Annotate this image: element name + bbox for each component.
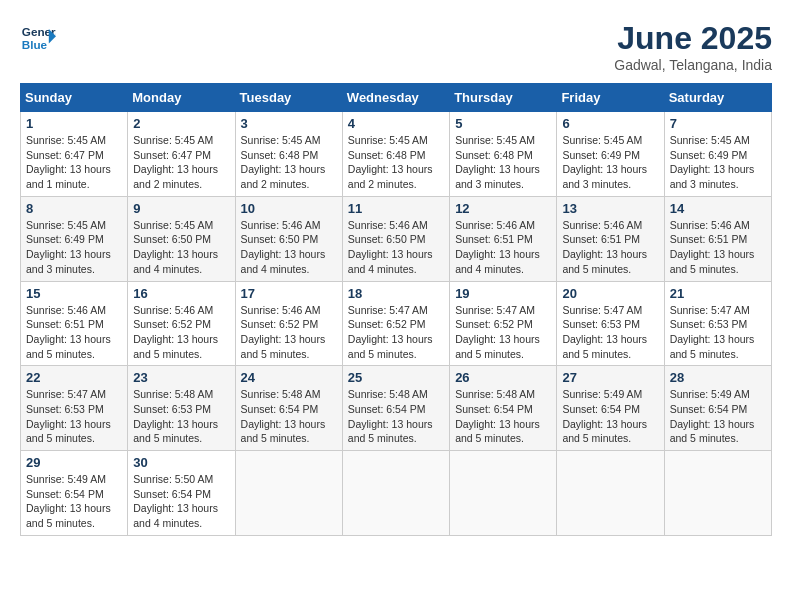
- table-cell: 22 Sunrise: 5:47 AM Sunset: 6:53 PM Dayl…: [21, 366, 128, 451]
- table-cell: 12 Sunrise: 5:46 AM Sunset: 6:51 PM Dayl…: [450, 196, 557, 281]
- day-info: Sunrise: 5:45 AM Sunset: 6:48 PM Dayligh…: [455, 134, 540, 190]
- day-number: 10: [241, 201, 337, 216]
- table-cell: 14 Sunrise: 5:46 AM Sunset: 6:51 PM Dayl…: [664, 196, 771, 281]
- month-title: June 2025: [614, 20, 772, 57]
- day-number: 7: [670, 116, 766, 131]
- table-cell: 8 Sunrise: 5:45 AM Sunset: 6:49 PM Dayli…: [21, 196, 128, 281]
- table-cell: 6 Sunrise: 5:45 AM Sunset: 6:49 PM Dayli…: [557, 112, 664, 197]
- day-info: Sunrise: 5:46 AM Sunset: 6:50 PM Dayligh…: [241, 219, 326, 275]
- table-cell: [342, 451, 449, 536]
- day-number: 15: [26, 286, 122, 301]
- header-tuesday: Tuesday: [235, 84, 342, 112]
- table-cell: 20 Sunrise: 5:47 AM Sunset: 6:53 PM Dayl…: [557, 281, 664, 366]
- table-cell: 9 Sunrise: 5:45 AM Sunset: 6:50 PM Dayli…: [128, 196, 235, 281]
- day-info: Sunrise: 5:47 AM Sunset: 6:53 PM Dayligh…: [26, 388, 111, 444]
- table-cell: 28 Sunrise: 5:49 AM Sunset: 6:54 PM Dayl…: [664, 366, 771, 451]
- logo-icon: General Blue: [20, 20, 56, 56]
- day-number: 16: [133, 286, 229, 301]
- day-number: 29: [26, 455, 122, 470]
- table-cell: [450, 451, 557, 536]
- header-thursday: Thursday: [450, 84, 557, 112]
- day-number: 28: [670, 370, 766, 385]
- day-info: Sunrise: 5:45 AM Sunset: 6:50 PM Dayligh…: [133, 219, 218, 275]
- table-cell: [664, 451, 771, 536]
- calendar-row: 15 Sunrise: 5:46 AM Sunset: 6:51 PM Dayl…: [21, 281, 772, 366]
- table-cell: 30 Sunrise: 5:50 AM Sunset: 6:54 PM Dayl…: [128, 451, 235, 536]
- day-number: 14: [670, 201, 766, 216]
- day-number: 4: [348, 116, 444, 131]
- calendar-header-row: Sunday Monday Tuesday Wednesday Thursday…: [21, 84, 772, 112]
- table-cell: 7 Sunrise: 5:45 AM Sunset: 6:49 PM Dayli…: [664, 112, 771, 197]
- calendar-row: 8 Sunrise: 5:45 AM Sunset: 6:49 PM Dayli…: [21, 196, 772, 281]
- day-info: Sunrise: 5:49 AM Sunset: 6:54 PM Dayligh…: [562, 388, 647, 444]
- table-cell: 10 Sunrise: 5:46 AM Sunset: 6:50 PM Dayl…: [235, 196, 342, 281]
- day-info: Sunrise: 5:45 AM Sunset: 6:49 PM Dayligh…: [670, 134, 755, 190]
- location: Gadwal, Telangana, India: [614, 57, 772, 73]
- table-cell: 24 Sunrise: 5:48 AM Sunset: 6:54 PM Dayl…: [235, 366, 342, 451]
- day-info: Sunrise: 5:49 AM Sunset: 6:54 PM Dayligh…: [26, 473, 111, 529]
- day-number: 18: [348, 286, 444, 301]
- table-cell: 5 Sunrise: 5:45 AM Sunset: 6:48 PM Dayli…: [450, 112, 557, 197]
- table-cell: 16 Sunrise: 5:46 AM Sunset: 6:52 PM Dayl…: [128, 281, 235, 366]
- day-info: Sunrise: 5:46 AM Sunset: 6:52 PM Dayligh…: [241, 304, 326, 360]
- table-cell: 26 Sunrise: 5:48 AM Sunset: 6:54 PM Dayl…: [450, 366, 557, 451]
- day-number: 23: [133, 370, 229, 385]
- header-wednesday: Wednesday: [342, 84, 449, 112]
- day-info: Sunrise: 5:48 AM Sunset: 6:53 PM Dayligh…: [133, 388, 218, 444]
- day-number: 6: [562, 116, 658, 131]
- day-info: Sunrise: 5:47 AM Sunset: 6:52 PM Dayligh…: [455, 304, 540, 360]
- header-sunday: Sunday: [21, 84, 128, 112]
- day-info: Sunrise: 5:48 AM Sunset: 6:54 PM Dayligh…: [348, 388, 433, 444]
- calendar-row: 1 Sunrise: 5:45 AM Sunset: 6:47 PM Dayli…: [21, 112, 772, 197]
- day-info: Sunrise: 5:46 AM Sunset: 6:51 PM Dayligh…: [670, 219, 755, 275]
- table-cell: 27 Sunrise: 5:49 AM Sunset: 6:54 PM Dayl…: [557, 366, 664, 451]
- day-number: 3: [241, 116, 337, 131]
- day-info: Sunrise: 5:47 AM Sunset: 6:53 PM Dayligh…: [562, 304, 647, 360]
- table-cell: 17 Sunrise: 5:46 AM Sunset: 6:52 PM Dayl…: [235, 281, 342, 366]
- day-number: 25: [348, 370, 444, 385]
- page-header: General Blue June 2025 Gadwal, Telangana…: [20, 20, 772, 73]
- day-number: 21: [670, 286, 766, 301]
- day-info: Sunrise: 5:45 AM Sunset: 6:49 PM Dayligh…: [26, 219, 111, 275]
- table-cell: 21 Sunrise: 5:47 AM Sunset: 6:53 PM Dayl…: [664, 281, 771, 366]
- table-cell: [235, 451, 342, 536]
- day-number: 17: [241, 286, 337, 301]
- day-info: Sunrise: 5:46 AM Sunset: 6:51 PM Dayligh…: [455, 219, 540, 275]
- day-info: Sunrise: 5:45 AM Sunset: 6:49 PM Dayligh…: [562, 134, 647, 190]
- day-number: 2: [133, 116, 229, 131]
- logo: General Blue: [20, 20, 56, 56]
- day-info: Sunrise: 5:45 AM Sunset: 6:47 PM Dayligh…: [26, 134, 111, 190]
- day-info: Sunrise: 5:50 AM Sunset: 6:54 PM Dayligh…: [133, 473, 218, 529]
- table-cell: 2 Sunrise: 5:45 AM Sunset: 6:47 PM Dayli…: [128, 112, 235, 197]
- header-friday: Friday: [557, 84, 664, 112]
- calendar-table: Sunday Monday Tuesday Wednesday Thursday…: [20, 83, 772, 536]
- day-number: 8: [26, 201, 122, 216]
- svg-text:Blue: Blue: [22, 38, 48, 51]
- day-number: 26: [455, 370, 551, 385]
- day-info: Sunrise: 5:48 AM Sunset: 6:54 PM Dayligh…: [455, 388, 540, 444]
- table-cell: 13 Sunrise: 5:46 AM Sunset: 6:51 PM Dayl…: [557, 196, 664, 281]
- day-number: 12: [455, 201, 551, 216]
- table-cell: 25 Sunrise: 5:48 AM Sunset: 6:54 PM Dayl…: [342, 366, 449, 451]
- day-number: 30: [133, 455, 229, 470]
- day-number: 13: [562, 201, 658, 216]
- day-info: Sunrise: 5:46 AM Sunset: 6:52 PM Dayligh…: [133, 304, 218, 360]
- day-info: Sunrise: 5:47 AM Sunset: 6:52 PM Dayligh…: [348, 304, 433, 360]
- day-info: Sunrise: 5:45 AM Sunset: 6:47 PM Dayligh…: [133, 134, 218, 190]
- day-number: 5: [455, 116, 551, 131]
- table-cell: 18 Sunrise: 5:47 AM Sunset: 6:52 PM Dayl…: [342, 281, 449, 366]
- day-info: Sunrise: 5:49 AM Sunset: 6:54 PM Dayligh…: [670, 388, 755, 444]
- day-number: 22: [26, 370, 122, 385]
- day-info: Sunrise: 5:45 AM Sunset: 6:48 PM Dayligh…: [348, 134, 433, 190]
- day-info: Sunrise: 5:46 AM Sunset: 6:51 PM Dayligh…: [562, 219, 647, 275]
- day-info: Sunrise: 5:47 AM Sunset: 6:53 PM Dayligh…: [670, 304, 755, 360]
- header-saturday: Saturday: [664, 84, 771, 112]
- table-cell: 4 Sunrise: 5:45 AM Sunset: 6:48 PM Dayli…: [342, 112, 449, 197]
- day-number: 24: [241, 370, 337, 385]
- day-info: Sunrise: 5:48 AM Sunset: 6:54 PM Dayligh…: [241, 388, 326, 444]
- day-number: 19: [455, 286, 551, 301]
- day-number: 9: [133, 201, 229, 216]
- day-number: 27: [562, 370, 658, 385]
- table-cell: 19 Sunrise: 5:47 AM Sunset: 6:52 PM Dayl…: [450, 281, 557, 366]
- table-cell: 15 Sunrise: 5:46 AM Sunset: 6:51 PM Dayl…: [21, 281, 128, 366]
